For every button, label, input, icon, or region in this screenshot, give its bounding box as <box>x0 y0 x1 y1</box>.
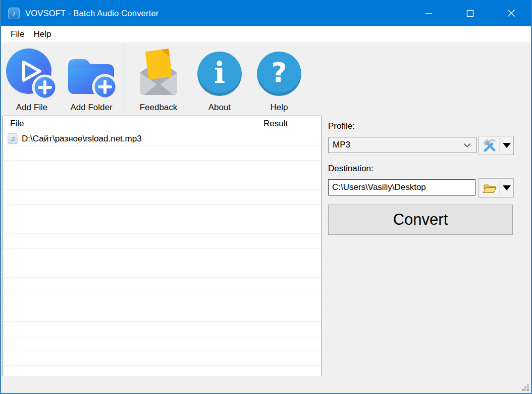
question-glyph: ? <box>271 59 287 86</box>
menu-file[interactable]: File <box>6 28 29 41</box>
titlebar[interactable]: ♪ VOVSOFT - Batch Audio Converter <box>0 0 532 26</box>
window-title: VOVSOFT - Batch Audio Converter <box>25 9 159 18</box>
maximize-icon <box>466 10 474 17</box>
toolbar: Add File Add Folder <box>1 42 531 115</box>
file-table: File Result ♫ D:\Сайт\разное\rsload.net.… <box>3 116 322 376</box>
feedback-button[interactable]: Feedback <box>127 42 190 115</box>
info-glyph: i <box>214 58 225 87</box>
profile-edit-split-button <box>478 136 514 155</box>
resize-grip[interactable] <box>521 383 529 391</box>
close-icon <box>507 9 515 17</box>
dropdown-arrow-icon <box>503 143 511 148</box>
profile-options-dropdown[interactable] <box>500 143 513 148</box>
file-table-body: ♫ D:\Сайт\разное\rsload.net.mp3 <box>3 131 322 376</box>
add-file-button[interactable]: Add File <box>2 42 62 115</box>
statusbar <box>1 378 531 393</box>
add-file-icon <box>6 47 58 100</box>
about-info-icon: i <box>197 52 242 96</box>
menu-help[interactable]: Help <box>29 28 56 41</box>
toolbar-separator <box>124 43 124 113</box>
open-folder-icon <box>483 182 497 194</box>
feedback-label: Feedback <box>140 103 178 113</box>
add-folder-button[interactable]: Add Folder <box>62 42 121 115</box>
app-window: ♪ VOVSOFT - Batch Audio Converter File <box>0 0 532 394</box>
destination-input[interactable] <box>328 179 475 195</box>
file-table-header: File Result <box>3 116 322 131</box>
dropdown-arrow-icon <box>503 185 511 190</box>
add-folder-icon <box>65 47 118 100</box>
destination-browse-split-button <box>478 178 514 198</box>
menubar: File Help <box>1 26 531 42</box>
file-path-cell: D:\Сайт\разное\rsload.net.mp3 <box>22 134 142 144</box>
feedback-envelope-icon <box>132 47 185 100</box>
about-button[interactable]: i About <box>190 42 249 115</box>
minimize-icon <box>425 10 433 17</box>
profile-combobox[interactable]: MP3 <box>328 137 476 153</box>
close-button[interactable] <box>491 0 532 26</box>
profile-label: Profile: <box>328 121 355 131</box>
destination-options-dropdown[interactable] <box>500 185 513 190</box>
column-header-file[interactable]: File <box>3 119 258 129</box>
audio-file-icon: ♫ <box>8 133 18 144</box>
destination-label: Destination: <box>328 164 374 174</box>
convert-button[interactable]: Convert <box>328 205 513 235</box>
app-icon[interactable]: ♪ <box>8 8 20 19</box>
help-question-icon: ? <box>257 52 301 96</box>
tools-icon <box>483 138 497 153</box>
add-file-label: Add File <box>16 103 47 113</box>
profile-edit-button[interactable] <box>479 136 500 155</box>
profile-selected-value: MP3 <box>329 140 463 150</box>
about-label: About <box>208 103 231 113</box>
minimize-button[interactable] <box>408 0 449 26</box>
maximize-button[interactable] <box>449 0 491 26</box>
main-area: File Result ♫ D:\Сайт\разное\rsload.net.… <box>1 115 531 378</box>
chevron-down-icon <box>463 143 471 147</box>
add-folder-label: Add Folder <box>70 103 112 113</box>
caption-buttons <box>408 0 532 26</box>
table-row[interactable]: ♫ D:\Сайт\разное\rsload.net.mp3 <box>3 131 322 146</box>
destination-browse-button[interactable] <box>479 179 500 197</box>
help-label: Help <box>271 103 288 113</box>
column-header-result[interactable]: Result <box>258 119 288 129</box>
help-button[interactable]: ? Help <box>249 42 309 115</box>
